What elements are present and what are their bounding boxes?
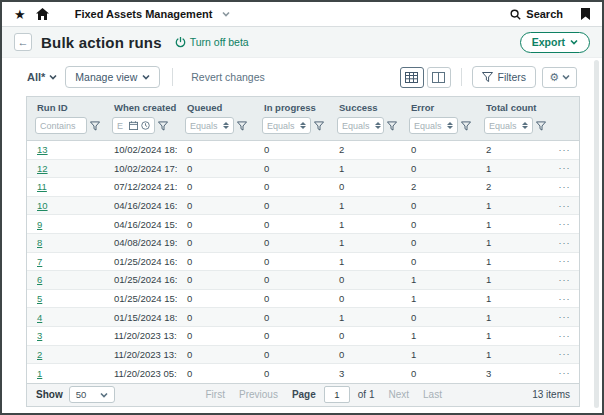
run-id-cell: 11	[27, 178, 104, 196]
column-header-success[interactable]: Success	[329, 97, 401, 115]
chevron-down-icon	[142, 73, 150, 81]
row-actions-button[interactable]: ···	[551, 308, 578, 326]
previous-page-link[interactable]: Previous	[239, 389, 278, 400]
table-row: 3 11/20/2023 13:0... 0 0 0 1 1 ···	[27, 327, 579, 346]
funnel-icon[interactable]	[387, 121, 397, 131]
run-id-link[interactable]: 1	[37, 368, 42, 379]
in-progress-cell: 0	[254, 178, 329, 196]
queued-cell: 0	[177, 253, 254, 271]
run-id-filter-input[interactable]	[40, 121, 82, 131]
error-filter-select[interactable]: Equals	[409, 117, 458, 134]
page-scrollbar[interactable]	[594, 60, 599, 408]
queued-cell: 0	[177, 327, 254, 345]
page-number-input[interactable]	[324, 386, 350, 403]
run-id-link[interactable]: 5	[37, 293, 42, 304]
export-button[interactable]: Export	[520, 32, 590, 53]
column-header-total-count[interactable]: Total count	[476, 97, 551, 115]
error-cell: 1	[401, 346, 476, 364]
calendar-icon[interactable]	[129, 121, 138, 130]
row-actions-button[interactable]: ···	[551, 178, 578, 196]
when-created-filter-input[interactable]	[117, 121, 126, 131]
funnel-icon[interactable]	[461, 121, 471, 131]
grid-view-button[interactable]	[400, 67, 424, 88]
run-id-cell: 10	[27, 197, 104, 215]
view-selector-label: All*	[27, 71, 45, 83]
funnel-icon	[482, 72, 493, 82]
funnel-icon[interactable]	[90, 121, 100, 131]
in-progress-cell: 0	[254, 364, 329, 383]
run-id-link[interactable]: 13	[37, 144, 48, 155]
turn-off-beta-label: Turn off beta	[190, 36, 249, 48]
app-switcher-label[interactable]: Fixed Assets Management	[75, 8, 213, 20]
run-id-link[interactable]: 2	[37, 349, 42, 360]
run-id-link[interactable]: 9	[37, 219, 42, 230]
funnel-icon[interactable]	[314, 121, 324, 131]
revert-changes-link[interactable]: Revert changes	[191, 71, 265, 83]
row-actions-button[interactable]: ···	[551, 234, 578, 252]
queued-cell: 0	[177, 160, 254, 178]
stepper-icon	[300, 122, 306, 129]
app-switcher-chevron-icon[interactable]	[222, 10, 230, 18]
run-id-link[interactable]: 11	[37, 181, 47, 192]
row-actions-button[interactable]: ···	[551, 141, 578, 159]
row-actions-button[interactable]: ···	[551, 271, 578, 289]
when-created-cell: 11/20/2023 05:0...	[104, 364, 177, 383]
global-search[interactable]: Search	[510, 8, 563, 20]
column-header-queued[interactable]: Queued	[177, 97, 254, 115]
run-id-link[interactable]: 3	[37, 330, 42, 341]
run-id-link[interactable]: 4	[37, 312, 42, 323]
success-cell: 3	[329, 364, 401, 383]
queued-cell: 0	[177, 346, 254, 364]
column-header-when-created[interactable]: When created↓	[104, 97, 177, 115]
filters-button[interactable]: Filters	[472, 66, 537, 88]
funnel-icon[interactable]	[536, 121, 546, 131]
row-actions-button[interactable]: ···	[551, 346, 578, 364]
success-cell: 1	[329, 197, 401, 215]
clock-icon[interactable]	[141, 121, 150, 130]
column-header-run-id[interactable]: Run ID	[27, 97, 104, 115]
row-actions-button[interactable]: ···	[551, 197, 578, 215]
in-progress-filter-select[interactable]: Equals	[262, 117, 311, 134]
settings-button[interactable]: ⚙	[542, 67, 577, 88]
favorites-star-icon[interactable]: ★	[14, 8, 26, 21]
search-icon	[510, 9, 521, 20]
column-header-error[interactable]: Error	[401, 97, 476, 115]
queued-filter-select[interactable]: Equals	[185, 117, 234, 134]
error-cell: 0	[401, 308, 476, 326]
run-id-link[interactable]: 10	[37, 200, 48, 211]
funnel-icon[interactable]	[237, 121, 247, 131]
turn-off-beta-toggle[interactable]: Turn off beta	[175, 36, 249, 48]
next-page-link[interactable]: Next	[388, 389, 409, 400]
run-id-link[interactable]: 8	[37, 237, 42, 248]
bookmark-icon[interactable]	[581, 8, 590, 20]
when-created-cell: 11/20/2023 13:0...	[104, 327, 177, 345]
page-label: Page	[292, 389, 316, 400]
when-created-cell: 01/25/2024 16:1...	[104, 271, 177, 289]
table-header-row: Run ID When created↓ Queued In progress …	[27, 97, 579, 115]
run-id-cell: 2	[27, 346, 104, 364]
total-count-filter-select[interactable]: Equals	[484, 117, 533, 134]
when-created-cell: 01/15/2024 18:2...	[104, 308, 177, 326]
run-id-link[interactable]: 6	[37, 274, 42, 285]
home-icon[interactable]	[36, 8, 49, 20]
view-selector-dropdown[interactable]: All*	[27, 71, 57, 83]
row-actions-button[interactable]: ···	[551, 364, 578, 383]
funnel-icon[interactable]	[158, 121, 168, 131]
row-actions-button[interactable]: ···	[551, 253, 578, 271]
row-actions-button[interactable]: ···	[551, 327, 578, 345]
back-button[interactable]: ←	[14, 33, 32, 51]
page-size-select[interactable]: 50	[69, 386, 116, 403]
manage-view-button[interactable]: Manage view	[65, 66, 160, 88]
queued-cell: 0	[177, 271, 254, 289]
error-cell: 0	[401, 197, 476, 215]
success-filter-select[interactable]: Equals	[337, 117, 384, 134]
last-page-link[interactable]: Last	[423, 389, 442, 400]
column-header-in-progress[interactable]: In progress	[254, 97, 329, 115]
first-page-link[interactable]: First	[206, 389, 225, 400]
column-view-button[interactable]	[427, 67, 451, 88]
row-actions-button[interactable]: ···	[551, 160, 578, 178]
row-actions-button[interactable]: ···	[551, 290, 578, 308]
run-id-link[interactable]: 7	[37, 256, 42, 267]
run-id-link[interactable]: 12	[37, 163, 48, 174]
row-actions-button[interactable]: ···	[551, 215, 578, 233]
